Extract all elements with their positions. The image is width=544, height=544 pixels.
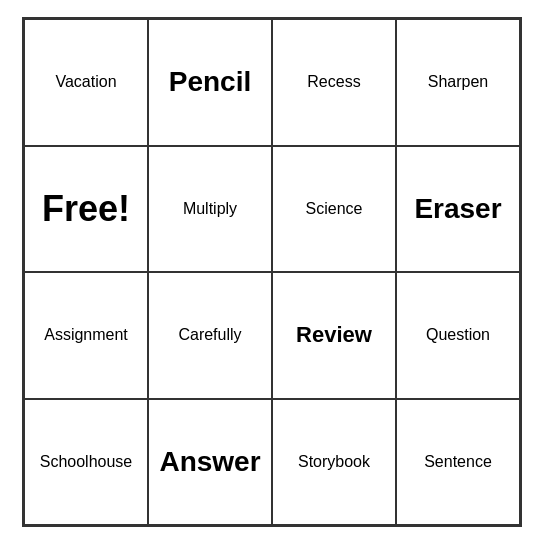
bingo-cell-12: Schoolhouse	[24, 399, 148, 526]
bingo-cell-4: Free!	[24, 146, 148, 273]
bingo-cell-15: Sentence	[396, 399, 520, 526]
bingo-cell-5: Multiply	[148, 146, 272, 273]
bingo-cell-9: Carefully	[148, 272, 272, 399]
bingo-cell-1: Pencil	[148, 19, 272, 146]
bingo-cell-2: Recess	[272, 19, 396, 146]
bingo-card: VacationPencilRecessSharpenFree!Multiply…	[22, 17, 522, 527]
bingo-cell-11: Question	[396, 272, 520, 399]
bingo-cell-3: Sharpen	[396, 19, 520, 146]
bingo-cell-10: Review	[272, 272, 396, 399]
bingo-cell-14: Storybook	[272, 399, 396, 526]
bingo-cell-8: Assignment	[24, 272, 148, 399]
bingo-cell-13: Answer	[148, 399, 272, 526]
bingo-cell-7: Eraser	[396, 146, 520, 273]
bingo-cell-0: Vacation	[24, 19, 148, 146]
bingo-cell-6: Science	[272, 146, 396, 273]
